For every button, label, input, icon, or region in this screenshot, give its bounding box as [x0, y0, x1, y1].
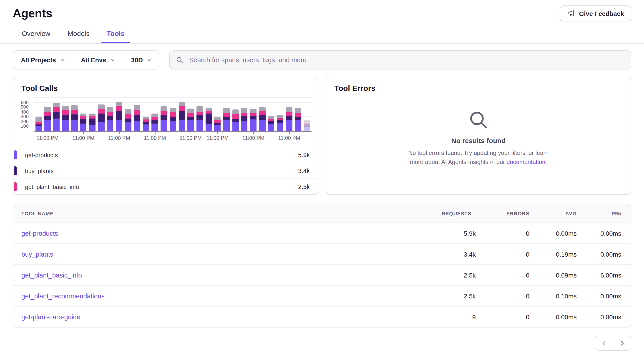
chart-bar[interactable] [160, 98, 168, 131]
legend-row: get_plant_basic_info2.5k [13, 178, 318, 194]
cell-requests: 2.5k [421, 271, 476, 279]
chart-bar[interactable] [88, 98, 97, 131]
bar-segment-buy_plants [170, 117, 176, 121]
legend-value: 5.9k [298, 152, 310, 158]
give-feedback-button[interactable]: Give Feedback [560, 5, 631, 21]
bar-segment-buy_plants [304, 125, 310, 127]
date-range-filter-button[interactable]: 30D [124, 51, 160, 69]
tab-tools[interactable]: Tools [106, 28, 126, 43]
bar-segment-get-products [143, 125, 149, 131]
chart-bar[interactable] [186, 98, 195, 131]
chart-bar[interactable] [249, 98, 258, 131]
x-axis-tick [48, 132, 48, 134]
cell-errors: 0 [476, 313, 530, 321]
chart-bar[interactable] [132, 98, 142, 131]
bar-segment-get-products [125, 122, 131, 131]
x-axis-tick-label: 11:00 PM [180, 135, 202, 141]
chart-bar[interactable] [276, 98, 284, 131]
chart-bar[interactable] [231, 98, 240, 131]
tool-name-link[interactable]: get-plant-care-guide [22, 313, 421, 321]
documentation-link[interactable]: documentation [507, 158, 546, 165]
tool-errors-title: Tool Errors [334, 84, 622, 93]
bar-segment-buy_plants [214, 123, 220, 125]
chart-bar[interactable] [97, 98, 106, 131]
no-results-line1: No tool errors found. Try updating your … [408, 150, 548, 156]
bar-segment-get-products [152, 124, 158, 131]
chart-bar[interactable] [213, 98, 222, 131]
chart-bar[interactable] [168, 98, 177, 131]
chart-bar[interactable] [285, 98, 294, 131]
chart-bar[interactable] [43, 98, 52, 131]
tool-name-link[interactable]: get-products [22, 230, 421, 237]
chart-bar[interactable] [114, 98, 124, 131]
chart-bar[interactable] [267, 98, 276, 131]
bar-segment-get-products [116, 120, 122, 131]
column-header-p95[interactable]: P95 [577, 211, 621, 216]
chart-bar[interactable] [240, 98, 249, 131]
bar-segment-buy_plants [277, 120, 283, 123]
bar-segment-buy_plants [205, 114, 212, 124]
chart-bar[interactable] [204, 98, 213, 131]
chart-bar[interactable] [52, 98, 61, 131]
chart-bar[interactable] [142, 98, 150, 131]
x-axis-tick [218, 132, 218, 134]
chart-bar[interactable] [294, 98, 302, 131]
env-filter-button[interactable]: All Envs [73, 51, 124, 69]
bar-segment-other [89, 114, 96, 116]
chevron-down-icon [147, 57, 152, 62]
chart-bar[interactable] [124, 98, 132, 131]
bar-segment-get_plant_basic_info [241, 113, 248, 116]
table-row: get-plant-care-guide900.00ms0.00ms [13, 307, 631, 327]
bar-segment-get-products [214, 125, 220, 131]
tab-models[interactable]: Models [67, 28, 90, 43]
chart-bar[interactable] [195, 98, 204, 131]
column-header-requests[interactable]: REQUESTS↓ [421, 210, 476, 217]
bar-segment-other [71, 105, 78, 110]
chart-bar[interactable] [177, 98, 186, 131]
give-feedback-label: Give Feedback [579, 10, 624, 17]
tool-errors-card: Tool Errors No results found No tool err… [326, 77, 631, 195]
bar-segment-other [125, 109, 131, 114]
tool-name-link[interactable]: get_plant_recommendations [22, 292, 421, 300]
tool-name-link[interactable]: get_plant_basic_info [22, 271, 421, 279]
chart-bar[interactable] [34, 98, 43, 131]
bar-segment-get_plant_basic_info [223, 113, 230, 117]
tool-name-link[interactable]: buy_plants [22, 250, 421, 258]
chart-bar[interactable] [222, 98, 231, 131]
project-filter-button[interactable]: All Projects [13, 51, 73, 69]
chart-bar[interactable] [258, 98, 267, 131]
header-divider [0, 43, 644, 44]
chart-bar[interactable] [302, 98, 311, 131]
no-results-period: . [545, 158, 547, 165]
legend-value: 2.5k [298, 183, 310, 190]
bar-segment-buy_plants [80, 119, 86, 124]
bar-segment-other [80, 114, 86, 116]
tab-overview[interactable]: Overview [21, 28, 51, 43]
search-icon [176, 56, 183, 64]
bar-segment-other [304, 120, 310, 123]
cell-errors: 0 [476, 271, 530, 279]
search-bar[interactable] [169, 50, 631, 69]
bar-segment-buy_plants [268, 121, 274, 124]
bar-segment-get_plant_basic_info [98, 109, 104, 114]
search-input[interactable] [188, 56, 624, 64]
column-header-tool-name[interactable]: TOOL NAME [22, 211, 421, 216]
bar-segment-get_plant_basic_info [214, 120, 220, 123]
bar-segment-get-products [160, 120, 167, 131]
bar-segment-other [152, 114, 158, 117]
column-header-errors[interactable]: ERRORS [476, 211, 530, 216]
bar-segment-buy_plants [143, 122, 149, 125]
chart-bar[interactable] [70, 98, 79, 131]
chart-bar[interactable] [61, 98, 70, 131]
chart-bar[interactable] [106, 98, 114, 131]
tool-calls-plot[interactable] [34, 98, 312, 132]
bar-segment-other [205, 108, 212, 111]
previous-page-button[interactable] [595, 336, 613, 350]
next-page-button[interactable] [613, 336, 631, 350]
tool-errors-empty-state: No results found No tool errors found. T… [326, 110, 631, 166]
column-header-avg[interactable]: AVG [530, 211, 577, 216]
chart-bar[interactable] [150, 98, 159, 131]
bar-segment-get_plant_basic_info [178, 106, 185, 111]
x-axis-tick-label: 11:00 PM [242, 135, 264, 141]
chart-bar[interactable] [79, 98, 88, 131]
